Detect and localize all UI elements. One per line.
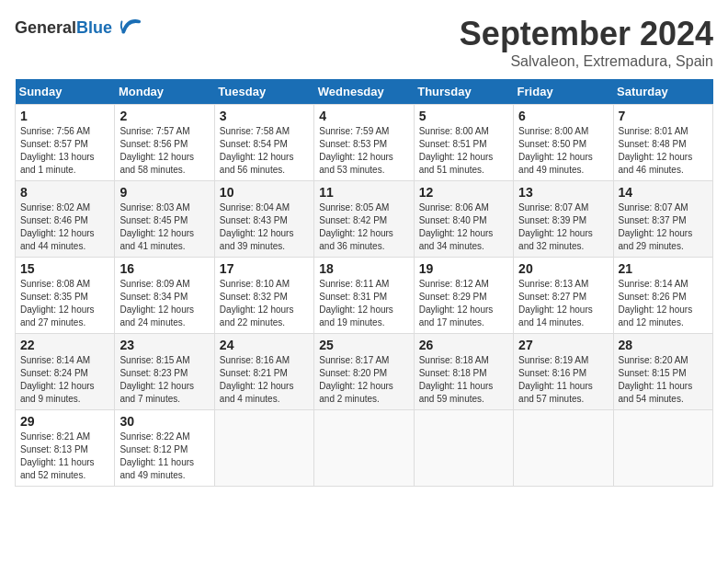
day-info: Sunrise: 8:07 AM Sunset: 8:39 PM Dayligh…	[518, 201, 608, 253]
calendar-day: 6Sunrise: 8:00 AM Sunset: 8:50 PM Daylig…	[514, 105, 613, 181]
day-number: 19	[419, 261, 508, 276]
day-number: 6	[518, 109, 608, 123]
calendar-day: 25Sunrise: 8:17 AM Sunset: 8:20 PM Dayli…	[314, 334, 414, 410]
calendar-day: 7Sunrise: 8:01 AM Sunset: 8:48 PM Daylig…	[613, 105, 712, 181]
calendar-day: 21Sunrise: 8:14 AM Sunset: 8:26 PM Dayli…	[613, 258, 712, 334]
calendar-day: 2Sunrise: 7:57 AM Sunset: 8:56 PM Daylig…	[115, 105, 214, 181]
calendar-week-row: 22Sunrise: 8:14 AM Sunset: 8:24 PM Dayli…	[16, 334, 713, 410]
calendar-day: 9Sunrise: 8:03 AM Sunset: 8:45 PM Daylig…	[115, 181, 214, 258]
day-number: 4	[319, 109, 408, 123]
day-number: 9	[119, 185, 209, 200]
day-info: Sunrise: 8:10 AM Sunset: 8:32 PM Dayligh…	[220, 278, 309, 329]
day-info: Sunrise: 8:14 AM Sunset: 8:26 PM Dayligh…	[619, 278, 708, 329]
calendar-day: 22Sunrise: 8:14 AM Sunset: 8:24 PM Dayli…	[16, 334, 115, 410]
day-number: 28	[619, 338, 708, 352]
day-number: 30	[119, 414, 209, 429]
calendar-day: 26Sunrise: 8:18 AM Sunset: 8:18 PM Dayli…	[414, 334, 513, 410]
day-number: 18	[319, 261, 408, 276]
day-info: Sunrise: 8:00 AM Sunset: 8:51 PM Dayligh…	[419, 125, 508, 177]
day-info: Sunrise: 8:16 AM Sunset: 8:21 PM Dayligh…	[220, 354, 309, 406]
day-number: 26	[419, 338, 508, 352]
day-number: 21	[619, 261, 708, 276]
calendar-week-row: 29Sunrise: 8:21 AM Sunset: 8:13 PM Dayli…	[16, 410, 713, 487]
day-info: Sunrise: 8:09 AM Sunset: 8:34 PM Dayligh…	[119, 278, 209, 329]
day-number: 12	[419, 185, 508, 200]
calendar-day: 13Sunrise: 8:07 AM Sunset: 8:39 PM Dayli…	[514, 181, 613, 258]
calendar-day: 5Sunrise: 8:00 AM Sunset: 8:51 PM Daylig…	[414, 105, 513, 181]
day-info: Sunrise: 8:20 AM Sunset: 8:15 PM Dayligh…	[619, 354, 708, 406]
day-number: 20	[518, 261, 608, 276]
day-info: Sunrise: 8:11 AM Sunset: 8:31 PM Dayligh…	[319, 278, 408, 329]
calendar-week-row: 15Sunrise: 8:08 AM Sunset: 8:35 PM Dayli…	[16, 258, 713, 334]
weekday-header: Sunday	[16, 79, 115, 105]
calendar-day: 28Sunrise: 8:20 AM Sunset: 8:15 PM Dayli…	[613, 334, 712, 410]
calendar-day: 8Sunrise: 8:02 AM Sunset: 8:46 PM Daylig…	[16, 181, 115, 258]
weekday-header: Monday	[115, 79, 214, 105]
weekday-header: Tuesday	[214, 79, 313, 105]
calendar-day: 10Sunrise: 8:04 AM Sunset: 8:43 PM Dayli…	[214, 181, 313, 258]
calendar-day: 20Sunrise: 8:13 AM Sunset: 8:27 PM Dayli…	[514, 258, 613, 334]
title-area: September 2024 Salvaleon, Extremadura, S…	[460, 15, 713, 70]
calendar-day: 16Sunrise: 8:09 AM Sunset: 8:34 PM Dayli…	[115, 258, 214, 334]
day-info: Sunrise: 8:04 AM Sunset: 8:43 PM Dayligh…	[220, 201, 309, 253]
calendar-day: 18Sunrise: 8:11 AM Sunset: 8:31 PM Dayli…	[314, 258, 414, 334]
calendar-day: 15Sunrise: 8:08 AM Sunset: 8:35 PM Dayli…	[16, 258, 115, 334]
day-info: Sunrise: 8:17 AM Sunset: 8:20 PM Dayligh…	[319, 354, 408, 406]
day-info: Sunrise: 8:22 AM Sunset: 8:12 PM Dayligh…	[119, 431, 209, 482]
weekday-header: Friday	[514, 79, 613, 105]
calendar-day: 24Sunrise: 8:16 AM Sunset: 8:21 PM Dayli…	[214, 334, 313, 410]
day-number: 15	[20, 261, 109, 276]
calendar-day: 23Sunrise: 8:15 AM Sunset: 8:23 PM Dayli…	[115, 334, 214, 410]
day-info: Sunrise: 8:01 AM Sunset: 8:48 PM Dayligh…	[619, 125, 708, 177]
calendar-day: 30Sunrise: 8:22 AM Sunset: 8:12 PM Dayli…	[115, 410, 214, 487]
calendar-week-row: 8Sunrise: 8:02 AM Sunset: 8:46 PM Daylig…	[16, 181, 713, 258]
header: GeneralBlue September 2024 Salvaleon, Ex…	[15, 15, 713, 70]
calendar-day	[514, 410, 613, 487]
day-number: 13	[518, 185, 608, 200]
day-number: 17	[220, 261, 309, 276]
calendar-day: 17Sunrise: 8:10 AM Sunset: 8:32 PM Dayli…	[214, 258, 313, 334]
day-number: 3	[220, 109, 309, 123]
day-number: 16	[119, 261, 209, 276]
day-number: 25	[319, 338, 408, 352]
day-info: Sunrise: 8:05 AM Sunset: 8:42 PM Dayligh…	[319, 201, 408, 253]
weekday-header-row: SundayMondayTuesdayWednesdayThursdayFrid…	[16, 79, 713, 105]
calendar-week-row: 1Sunrise: 7:56 AM Sunset: 8:57 PM Daylig…	[16, 105, 713, 181]
day-info: Sunrise: 8:13 AM Sunset: 8:27 PM Dayligh…	[518, 278, 608, 329]
day-info: Sunrise: 8:08 AM Sunset: 8:35 PM Dayligh…	[20, 278, 109, 329]
logo-general: General	[15, 18, 76, 37]
day-info: Sunrise: 8:14 AM Sunset: 8:24 PM Dayligh…	[20, 354, 109, 406]
weekday-header: Thursday	[414, 79, 513, 105]
calendar-day	[414, 410, 513, 487]
day-info: Sunrise: 8:03 AM Sunset: 8:45 PM Dayligh…	[119, 201, 209, 253]
day-info: Sunrise: 8:02 AM Sunset: 8:46 PM Dayligh…	[20, 201, 109, 253]
calendar-day: 19Sunrise: 8:12 AM Sunset: 8:29 PM Dayli…	[414, 258, 513, 334]
day-info: Sunrise: 8:00 AM Sunset: 8:50 PM Dayligh…	[518, 125, 608, 177]
day-info: Sunrise: 7:56 AM Sunset: 8:57 PM Dayligh…	[20, 125, 109, 177]
weekday-header: Wednesday	[314, 79, 414, 105]
calendar-table: SundayMondayTuesdayWednesdayThursdayFrid…	[15, 79, 713, 487]
day-number: 5	[419, 109, 508, 123]
calendar-day: 1Sunrise: 7:56 AM Sunset: 8:57 PM Daylig…	[16, 105, 115, 181]
weekday-header: Saturday	[613, 79, 712, 105]
calendar-day	[613, 410, 712, 487]
calendar-day: 4Sunrise: 7:59 AM Sunset: 8:53 PM Daylig…	[314, 105, 414, 181]
calendar-day: 14Sunrise: 8:07 AM Sunset: 8:37 PM Dayli…	[613, 181, 712, 258]
calendar-day	[214, 410, 313, 487]
calendar-day: 3Sunrise: 7:58 AM Sunset: 8:54 PM Daylig…	[214, 105, 313, 181]
month-title: September 2024	[460, 15, 713, 53]
logo-blue: Blue	[76, 18, 112, 37]
day-number: 8	[20, 185, 109, 200]
calendar-day: 11Sunrise: 8:05 AM Sunset: 8:42 PM Dayli…	[314, 181, 414, 258]
day-info: Sunrise: 8:19 AM Sunset: 8:16 PM Dayligh…	[518, 354, 608, 406]
day-number: 24	[220, 338, 309, 352]
calendar-day: 12Sunrise: 8:06 AM Sunset: 8:40 PM Dayli…	[414, 181, 513, 258]
day-number: 27	[518, 338, 608, 352]
day-number: 14	[619, 185, 708, 200]
day-info: Sunrise: 8:12 AM Sunset: 8:29 PM Dayligh…	[419, 278, 508, 329]
day-info: Sunrise: 8:15 AM Sunset: 8:23 PM Dayligh…	[119, 354, 209, 406]
day-number: 23	[119, 338, 209, 352]
day-number: 11	[319, 185, 408, 200]
day-info: Sunrise: 8:21 AM Sunset: 8:13 PM Dayligh…	[20, 431, 109, 482]
calendar-day: 27Sunrise: 8:19 AM Sunset: 8:16 PM Dayli…	[514, 334, 613, 410]
